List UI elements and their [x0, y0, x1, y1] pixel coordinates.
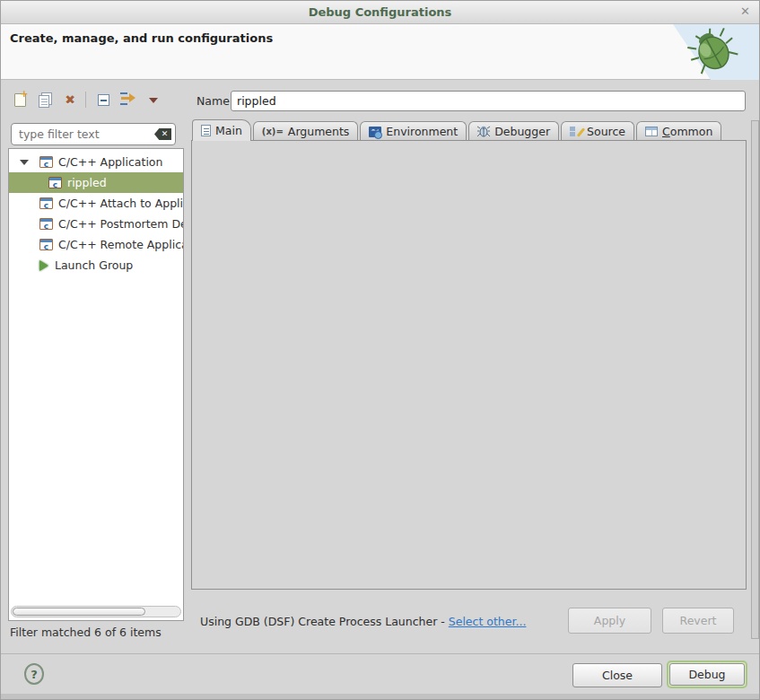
expander-icon[interactable] [20, 160, 29, 165]
filter-icon [120, 92, 136, 107]
tree-item-cpp-attach[interactable]: C/C++ Attach to Application [9, 193, 183, 214]
new-configuration-icon [14, 93, 26, 107]
filter-configurations-button[interactable] [117, 89, 140, 110]
c-application-icon [48, 177, 62, 188]
source-icon [570, 126, 582, 137]
window-title: Debug Configurations [1, 5, 759, 19]
filter-input[interactable] [17, 127, 154, 142]
footer-separator [1, 653, 759, 654]
delete-icon: ✖ [65, 93, 75, 106]
filter-status: Filter matched 6 of 6 items [10, 626, 162, 639]
tab-bar: Main (x)= Arguments Environment Debugger [192, 120, 723, 141]
tree-item-cpp-application[interactable]: C/C++ Application [9, 152, 183, 172]
tree-item-launch-group[interactable]: Launch Group [9, 255, 183, 276]
tab-arguments[interactable]: (x)= Arguments [253, 121, 359, 141]
toolbar-separator [85, 92, 86, 108]
environment-icon [369, 127, 381, 137]
tree-horizontal-scrollbar[interactable] [11, 606, 181, 617]
duplicate-icon [39, 95, 49, 108]
page-title: Create, manage, and run configurations [10, 31, 273, 45]
debugger-bug-icon [477, 126, 490, 137]
c-application-icon [39, 218, 53, 230]
name-input[interactable] [231, 91, 746, 111]
arguments-icon: (x)= [262, 127, 284, 136]
tab-environment[interactable]: Environment [360, 121, 467, 141]
tab-source[interactable]: Source [561, 121, 634, 141]
delete-configuration-button[interactable]: ✖ [58, 89, 82, 110]
chevron-down-icon [149, 98, 158, 103]
c-application-icon [39, 239, 53, 250]
collapse-all-button[interactable] [92, 89, 115, 110]
new-configuration-button[interactable] [8, 89, 31, 110]
select-other-link[interactable]: Select other... [449, 615, 527, 628]
window-bottom-edge [1, 694, 759, 699]
duplicate-configuration-button[interactable] [33, 89, 57, 110]
debug-configurations-dialog: Debug Configurations ✕ Create, manage, a… [0, 0, 760, 700]
configuration-tree: C/C++ Application rippled C/C++ Attach t… [8, 148, 184, 621]
document-icon [201, 125, 211, 136]
help-button[interactable]: ? [24, 663, 44, 685]
launch-group-icon [39, 260, 49, 271]
tree-item-rippled[interactable]: rippled [9, 172, 183, 193]
tab-main[interactable]: Main [192, 119, 251, 141]
tab-common[interactable]: Common [636, 121, 721, 141]
revert-button[interactable]: Revert [662, 608, 734, 634]
bug-icon [687, 27, 739, 77]
apply-button[interactable]: Apply [568, 608, 651, 634]
debug-button[interactable]: Debug [669, 663, 745, 686]
sidebar-toolbar: ✖ [8, 87, 167, 112]
header-banner: Create, manage, and run configurations [1, 24, 759, 80]
name-label: Name: [197, 94, 233, 108]
scrollbar-thumb[interactable] [13, 608, 145, 616]
titlebar: Debug Configurations ✕ [1, 1, 759, 24]
main-tab-content [191, 140, 747, 590]
toolbar-menu-button[interactable] [142, 89, 165, 110]
c-application-icon [39, 197, 53, 209]
c-application-icon [39, 156, 53, 168]
tab-debugger[interactable]: Debugger [468, 121, 559, 141]
close-button[interactable]: Close [572, 663, 662, 687]
filter-box: ✕ [11, 123, 176, 145]
collapse-all-icon [98, 94, 109, 106]
clear-filter-icon[interactable]: ✕ [154, 128, 171, 140]
vertical-scrollbar[interactable] [751, 120, 759, 639]
window-close-icon[interactable]: ✕ [740, 4, 750, 18]
debug-button-ring: Debug [667, 661, 747, 688]
tree-item-cpp-postmortem[interactable]: C/C++ Postmortem Debugger [9, 214, 183, 234]
tree-item-cpp-remote[interactable]: C/C++ Remote Application [9, 234, 183, 255]
table-icon [645, 127, 658, 136]
launcher-info: Using GDB (DSF) Create Process Launcher … [200, 615, 526, 628]
